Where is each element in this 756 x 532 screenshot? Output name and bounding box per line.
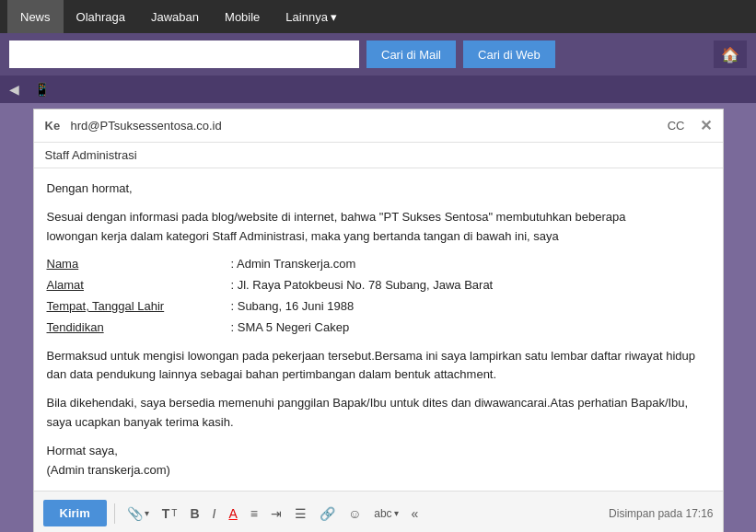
- link-button[interactable]: 🔗: [315, 504, 340, 523]
- more-button[interactable]: «: [407, 504, 424, 523]
- label-nama: Nama: [47, 255, 231, 274]
- emoji-icon: ☺: [348, 506, 361, 521]
- send-button[interactable]: Kirim: [43, 500, 107, 526]
- body-greeting: Dengan hormat,: [47, 179, 710, 199]
- text-format-button[interactable]: T T: [157, 504, 182, 523]
- indent-button[interactable]: ⇥: [266, 504, 286, 523]
- label-pendidikan: Tendidikan: [47, 318, 231, 338]
- info-row-ttl: Tempat, Tanggal Lahir : Subang, 16 Juni …: [47, 297, 710, 317]
- body-para2: Bermaksud untuk mengisi lowongan pada pe…: [47, 347, 710, 386]
- emoji-button[interactable]: ☺: [343, 504, 366, 523]
- spell-icon: abc: [374, 507, 391, 520]
- label-alamat: Alamat: [47, 276, 231, 295]
- link-icon: 🔗: [320, 506, 335, 521]
- to-label: Ke: [45, 119, 64, 133]
- attach-icon: 📎: [127, 506, 143, 521]
- value-ttl: : Subang, 16 Juni 1988: [231, 297, 355, 317]
- color-button[interactable]: A: [224, 504, 241, 523]
- color-icon: A: [228, 506, 237, 521]
- indent-icon: ⇥: [271, 506, 282, 521]
- compose-to-row: Ke hrd@PTsuksessentosa.co.id CC ✕: [34, 110, 723, 143]
- nav-item-news[interactable]: News: [7, 0, 64, 33]
- text-icon: T: [162, 506, 170, 521]
- compose-body[interactable]: Dengan hormat, Sesuai dengan informasi p…: [34, 168, 723, 491]
- spell-arrow: ▾: [394, 508, 399, 518]
- nav-item-lainnya[interactable]: Lainnya ▾: [273, 0, 350, 33]
- compose-subject: Staff Administrasi: [34, 143, 723, 168]
- italic-button[interactable]: I: [208, 504, 221, 523]
- text-arrow: T: [171, 508, 177, 518]
- spell-button[interactable]: abc ▾: [369, 505, 402, 522]
- back-icon[interactable]: ◀: [9, 82, 19, 97]
- nav-item-olahraga[interactable]: Olahraga: [64, 0, 138, 33]
- to-email-address: hrd@PTsuksessentosa.co.id: [71, 119, 660, 133]
- attach-button[interactable]: 📎 ▾: [122, 504, 154, 523]
- body-hormat: Hormat saya,: [47, 442, 710, 461]
- email-compose-window: Ke hrd@PTsuksessentosa.co.id CC ✕ Staff …: [33, 109, 724, 532]
- label-ttl: Tempat, Tanggal Lahir: [47, 297, 231, 317]
- info-row-pendidikan: Tendidikan : SMA 5 Negeri Cakep: [47, 318, 710, 338]
- value-nama: : Admin Transkerja.com: [231, 255, 356, 274]
- info-row-alamat: Alamat : Jl. Raya Patokbeusi No. 78 Suba…: [47, 276, 710, 295]
- home-button[interactable]: 🏠: [714, 40, 747, 68]
- search-input[interactable]: [9, 40, 359, 68]
- align-button[interactable]: ☰: [290, 504, 311, 523]
- toolbar-separator-1: [114, 503, 115, 524]
- list-button[interactable]: ≡: [246, 504, 262, 523]
- attach-arrow: ▾: [145, 508, 149, 518]
- list-icon: ≡: [250, 506, 258, 521]
- compose-toolbar: Kirim 📎 ▾ T T B I A ≡ ⇥: [34, 491, 723, 532]
- align-icon: ☰: [295, 506, 307, 521]
- nav-item-jawaban[interactable]: Jawaban: [138, 0, 212, 33]
- body-intro: Sesuai dengan informasi pada blog/websit…: [47, 208, 710, 247]
- secondary-bar: ◀ 📱: [0, 75, 756, 103]
- value-pendidikan: : SMA 5 Negeri Cakep: [231, 318, 350, 338]
- body-sign: (Admin transkerja.com): [47, 461, 710, 480]
- nav-bar: News Olahraga Jawaban Mobile Lainnya ▾: [0, 0, 756, 33]
- mobile-icon[interactable]: 📱: [34, 82, 50, 97]
- bold-icon: B: [190, 506, 199, 521]
- body-para3: Bila dikehendaki, saya bersedia memenuhi…: [47, 394, 710, 433]
- info-row-nama: Nama : Admin Transkerja.com: [47, 255, 710, 274]
- value-alamat: : Jl. Raya Patokbeusi No. 78 Subang, Jaw…: [231, 276, 494, 295]
- close-compose-button[interactable]: ✕: [700, 117, 712, 134]
- search-bar: Cari di Mail Cari di Web 🏠: [0, 33, 756, 75]
- saved-status: Disimpan pada 17:16: [609, 507, 713, 520]
- search-web-button[interactable]: Cari di Web: [463, 40, 555, 68]
- more-icon: «: [412, 506, 419, 521]
- nav-item-mobile[interactable]: Mobile: [212, 0, 273, 33]
- italic-icon: I: [213, 506, 216, 521]
- cc-label: CC: [668, 119, 685, 133]
- search-mail-button[interactable]: Cari di Mail: [366, 40, 456, 68]
- bold-button[interactable]: B: [185, 504, 204, 523]
